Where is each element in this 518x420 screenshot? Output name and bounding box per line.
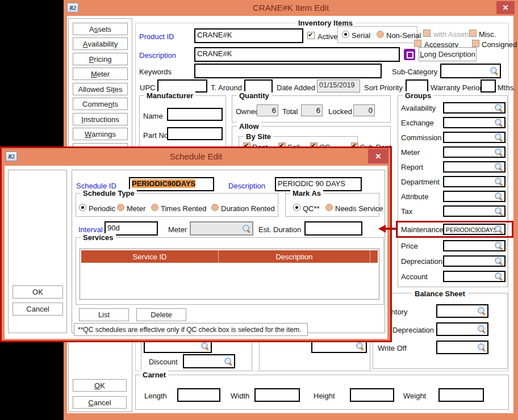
- search-icon[interactable]: [477, 343, 486, 352]
- date-added-label: Date Added: [277, 83, 315, 92]
- t-around-label: T. Around: [211, 83, 242, 92]
- search-icon[interactable]: [494, 162, 503, 171]
- search-icon[interactable]: [224, 357, 233, 366]
- upc-input[interactable]: [157, 79, 207, 93]
- with-assets-checkbox[interactable]: [423, 30, 431, 37]
- bs-depreciation-input[interactable]: [436, 322, 488, 336]
- search-icon[interactable]: [200, 342, 210, 351]
- groups-input-meter[interactable]: [443, 146, 506, 158]
- description-label: Description: [139, 51, 176, 60]
- groups-label-price: Price: [401, 242, 418, 250]
- arrow-shaft: [385, 228, 396, 230]
- groups-label-exchange: Exchange: [401, 119, 434, 127]
- search-icon[interactable]: [477, 306, 486, 316]
- description-input[interactable]: CRANE#K: [194, 47, 400, 62]
- sidebar-button-warnings[interactable]: Warnings: [73, 128, 128, 140]
- accessory-checkbox[interactable]: [414, 40, 421, 47]
- item-edit-close-button[interactable]: ✕: [496, 1, 515, 14]
- groups-label-depreciation: Depreciation: [401, 257, 442, 266]
- locked-label: Locked: [328, 107, 352, 116]
- groups-input-tax[interactable]: [443, 205, 506, 217]
- expand-glyph: [407, 52, 413, 58]
- groups-input-department[interactable]: [443, 176, 506, 187]
- schedule-edit-close-button[interactable]: ✕: [368, 149, 389, 163]
- main-ok-button[interactable]: OK: [73, 379, 127, 392]
- width-input[interactable]: [254, 388, 300, 402]
- weight-input[interactable]: [438, 388, 484, 402]
- height-input[interactable]: [350, 388, 394, 402]
- product-id-input[interactable]: CRANE#K: [194, 28, 303, 43]
- serial-radio[interactable]: [342, 31, 349, 38]
- maintenance-highlight-rectangle: [396, 221, 513, 238]
- search-icon[interactable]: [494, 207, 503, 216]
- main-cancel-button[interactable]: Cancel: [73, 396, 127, 409]
- bs-inventory-input[interactable]: [436, 304, 488, 318]
- by-site-title: By Site: [244, 132, 273, 141]
- discount-input[interactable]: [183, 354, 235, 368]
- part-no-input[interactable]: [167, 127, 223, 140]
- schedule-edit-dialog: R2 Schedule Edit ✕: [0, 146, 392, 342]
- manufacturer-name-input[interactable]: [167, 108, 223, 121]
- groups-input-exchange[interactable]: [443, 117, 506, 128]
- consigned-checkbox[interactable]: [472, 40, 479, 47]
- screen: R2 CRANE#K Item Edit ✕ Assets Availabili…: [0, 0, 518, 420]
- groups-input-account[interactable]: [443, 271, 506, 282]
- sub-category-label: Sub-Category: [392, 68, 437, 76]
- expand-description-icon[interactable]: [404, 49, 415, 60]
- search-icon[interactable]: [494, 118, 503, 127]
- search-icon[interactable]: [490, 66, 499, 75]
- consigned-label: Consigned: [482, 40, 517, 49]
- search-icon[interactable]: [494, 257, 503, 266]
- width-label: Width: [231, 392, 249, 400]
- schedule-edit-titlebar[interactable]: R2 Schedule Edit ✕: [2, 148, 390, 164]
- sidebar-button-allowed-sites[interactable]: Allowed Sites: [73, 83, 128, 95]
- groups-input-commission[interactable]: [443, 132, 506, 143]
- sub-category-input[interactable]: [440, 64, 501, 78]
- search-icon[interactable]: [494, 272, 503, 281]
- groups-input-price[interactable]: [443, 240, 506, 251]
- groups-input-depreciation[interactable]: [443, 255, 506, 267]
- t-around-input[interactable]: [244, 79, 273, 93]
- schedule-edit-body: [5, 166, 387, 339]
- sidebar-button-assets[interactable]: Assets: [73, 23, 128, 35]
- search-icon[interactable]: [494, 177, 503, 186]
- carnet-title: Carnet: [140, 371, 168, 379]
- search-icon[interactable]: [494, 103, 503, 112]
- groups-label-tax: Tax: [401, 207, 412, 216]
- warranty-period-input[interactable]: [481, 79, 496, 93]
- sort-priority-input[interactable]: [406, 79, 428, 93]
- groups-title: Groups: [403, 91, 433, 100]
- bs-write-off-input[interactable]: [436, 341, 488, 354]
- sort-priority-label: Sort Priority: [364, 83, 403, 92]
- non-serial-radio[interactable]: [377, 31, 384, 38]
- product-id-label: Product ID: [139, 32, 174, 41]
- allow-title: Allow: [237, 122, 261, 131]
- groups-input-report[interactable]: [443, 161, 506, 173]
- sidebar-button-availability[interactable]: Availability: [73, 37, 128, 50]
- sidebar-button-pricing[interactable]: Pricing: [73, 53, 128, 65]
- item-edit-titlebar[interactable]: R2 CRANE#K Item Edit ✕: [64, 0, 518, 16]
- search-icon[interactable]: [494, 133, 503, 142]
- sidebar-button-comments[interactable]: Comments: [73, 98, 128, 110]
- search-icon[interactable]: [494, 192, 503, 201]
- manufacturer-group: Manufacturer: [139, 95, 226, 151]
- balance-sheet-title: Balance Sheet: [412, 289, 468, 298]
- search-icon[interactable]: [356, 342, 365, 351]
- sidebar-button-instructions[interactable]: Instructions: [73, 113, 128, 125]
- misc-checkbox[interactable]: [469, 30, 477, 37]
- active-checkbox[interactable]: [307, 32, 315, 39]
- mths-label: Mths.: [498, 83, 516, 92]
- sidebar-button-meter[interactable]: Meter: [73, 68, 128, 80]
- groups-label-meter: Meter: [401, 148, 420, 157]
- long-description-button[interactable]: Long Description: [419, 47, 477, 61]
- keywords-input[interactable]: [194, 64, 382, 78]
- search-icon[interactable]: [494, 148, 503, 157]
- length-input[interactable]: [177, 388, 220, 402]
- groups-input-attribute[interactable]: [443, 191, 506, 202]
- search-icon[interactable]: [477, 325, 486, 334]
- search-icon[interactable]: [494, 241, 503, 250]
- serial-label: Serial: [352, 31, 370, 40]
- misc-label: Misc.: [479, 30, 496, 39]
- groups-input-availability[interactable]: [443, 102, 506, 114]
- total-input: 6: [301, 104, 323, 116]
